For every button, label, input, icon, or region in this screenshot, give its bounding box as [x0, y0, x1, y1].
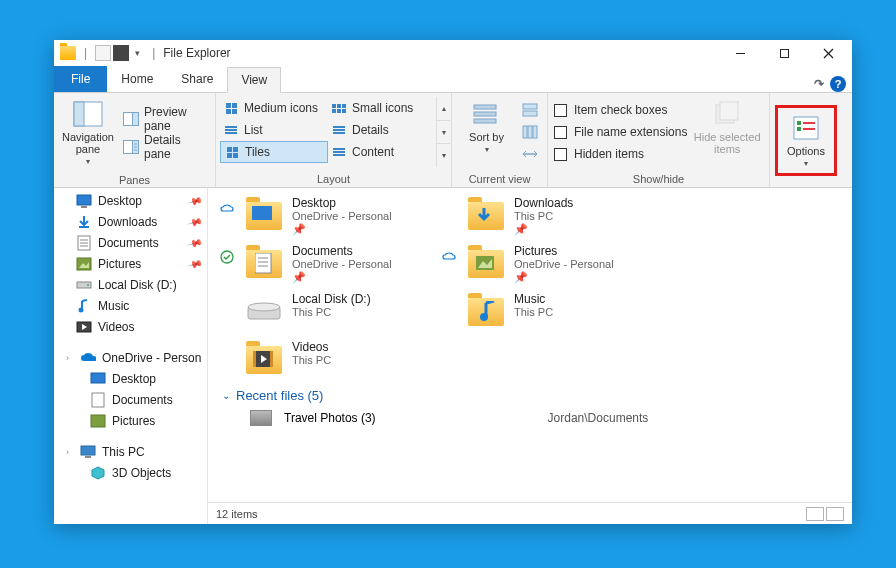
- app-icon: [60, 46, 76, 60]
- hidden-items-toggle[interactable]: Hidden items: [554, 143, 687, 165]
- sidebar-item-downloads[interactable]: Downloads📌: [54, 211, 207, 232]
- tab-share[interactable]: Share: [167, 66, 227, 92]
- svg-rect-5: [74, 102, 84, 126]
- preview-pane-button[interactable]: Preview pane: [120, 108, 209, 130]
- svg-rect-49: [252, 206, 272, 220]
- main-content: DesktopOneDrive - Personal📌 DownloadsThi…: [208, 188, 852, 524]
- tile-desktop[interactable]: DesktopOneDrive - Personal📌: [214, 192, 436, 240]
- svg-point-59: [480, 313, 488, 321]
- sidebar-item-music[interactable]: Music: [54, 295, 207, 316]
- layout-group-label: Layout: [216, 171, 451, 187]
- svg-rect-46: [81, 446, 95, 455]
- sidebar-item-od-pictures[interactable]: Pictures: [54, 410, 207, 431]
- tile-videos[interactable]: VideosThis PC: [214, 336, 436, 384]
- minimize-ribbon-icon[interactable]: ↷: [814, 77, 824, 91]
- sidebar-item-pictures[interactable]: Pictures📌: [54, 253, 207, 274]
- pin-icon: 📌: [187, 214, 203, 230]
- svg-marker-48: [92, 467, 104, 479]
- layout-list[interactable]: List: [220, 119, 328, 141]
- image-file-icon: [250, 410, 272, 426]
- svg-rect-13: [474, 105, 496, 109]
- qat-dropdown-icon[interactable]: ▾: [135, 48, 140, 58]
- pin-icon: 📌: [514, 223, 573, 236]
- show-hide-group-label: Show/hide: [548, 171, 769, 187]
- sidebar-item-videos[interactable]: Videos: [54, 316, 207, 337]
- svg-rect-7: [132, 112, 138, 125]
- file-explorer-window: | ▾ | File Explorer File Home Share View…: [54, 40, 852, 524]
- svg-point-39: [87, 284, 89, 286]
- svg-point-40: [79, 307, 84, 312]
- sidebar-item-od-desktop[interactable]: Desktop: [54, 368, 207, 389]
- sidebar-item-3dobjects[interactable]: 3D Objects: [54, 462, 207, 483]
- navigation-pane-button[interactable]: Navigation pane ▾: [60, 97, 116, 168]
- item-check-boxes-toggle[interactable]: Item check boxes: [554, 99, 687, 121]
- sidebar-item-od-documents[interactable]: Documents: [54, 389, 207, 410]
- tile-localdisk[interactable]: Local Disk (D:)This PC: [214, 288, 436, 336]
- layout-scroll[interactable]: ▴▾▾: [436, 97, 450, 167]
- recent-files-header[interactable]: ⌄ Recent files (5): [214, 384, 846, 407]
- maximize-button[interactable]: [762, 40, 806, 66]
- chevron-down-icon: ⌄: [222, 390, 230, 401]
- options-button[interactable]: Options ▾: [780, 111, 832, 170]
- group-by-button[interactable]: [519, 99, 541, 121]
- file-name-extensions-toggle[interactable]: File name extensions: [554, 121, 687, 143]
- recent-file-item[interactable]: Travel Photos (3) Jordan\Documents: [214, 407, 846, 429]
- svg-rect-16: [523, 104, 537, 109]
- tile-documents[interactable]: DocumentsOneDrive - Personal📌: [214, 240, 436, 288]
- sidebar-item-documents[interactable]: Documents📌: [54, 232, 207, 253]
- svg-rect-17: [523, 111, 537, 116]
- ribbon-view: Navigation pane ▾ Preview pane Details p…: [54, 92, 852, 188]
- help-icon[interactable]: ?: [830, 76, 846, 92]
- checkbox-icon: [554, 126, 567, 139]
- options-highlight: Options ▾: [775, 105, 837, 176]
- sort-by-button[interactable]: Sort by ▾: [458, 97, 515, 167]
- pin-icon: 📌: [187, 235, 203, 251]
- chevron-right-icon: ›: [66, 353, 74, 363]
- cloud-sync-icon: [442, 250, 456, 264]
- svg-rect-30: [81, 206, 87, 208]
- svg-rect-20: [533, 126, 537, 138]
- layout-small-icons[interactable]: Small icons: [328, 97, 436, 119]
- sidebar-item-desktop[interactable]: Desktop📌: [54, 190, 207, 211]
- tab-view[interactable]: View: [227, 67, 281, 93]
- view-large-icons-icon[interactable]: [826, 507, 844, 521]
- details-pane-label: Details pane: [144, 133, 206, 161]
- recent-file-path: Jordan\Documents: [548, 411, 649, 425]
- tile-downloads[interactable]: DownloadsThis PC📌: [436, 192, 658, 240]
- svg-rect-26: [797, 127, 801, 131]
- qat-button-2[interactable]: [113, 45, 129, 61]
- svg-rect-62: [270, 351, 273, 367]
- tile-music[interactable]: MusicThis PC: [436, 288, 658, 336]
- size-columns-button[interactable]: [519, 143, 541, 165]
- tab-file[interactable]: File: [54, 66, 107, 92]
- separator: |: [152, 46, 155, 60]
- layout-tiles[interactable]: Tiles: [220, 141, 328, 163]
- tile-pictures[interactable]: PicturesOneDrive - Personal📌: [436, 240, 658, 288]
- chevron-right-icon: ›: [66, 447, 74, 457]
- sidebar-item-onedrive[interactable]: ›OneDrive - Person: [54, 347, 207, 368]
- layout-details[interactable]: Details: [328, 119, 436, 141]
- current-view-group-label: Current view: [452, 171, 547, 187]
- sidebar-item-thispc[interactable]: ›This PC: [54, 441, 207, 462]
- view-details-icon[interactable]: [806, 507, 824, 521]
- details-pane-button[interactable]: Details pane: [120, 136, 209, 158]
- navigation-sidebar: Desktop📌 Downloads📌 Documents📌 Pictures📌…: [54, 188, 208, 524]
- svg-rect-51: [255, 253, 271, 273]
- close-button[interactable]: [806, 40, 850, 66]
- layout-content[interactable]: Content: [328, 141, 436, 163]
- layout-medium-icons[interactable]: Medium icons: [220, 97, 328, 119]
- sidebar-item-localdisk[interactable]: Local Disk (D:): [54, 274, 207, 295]
- separator: |: [84, 46, 87, 60]
- synced-icon: [220, 250, 234, 264]
- cloud-sync-icon: [220, 202, 234, 216]
- tab-home[interactable]: Home: [107, 66, 167, 92]
- hide-selected-items-button: Hide selected items: [691, 97, 763, 167]
- add-columns-button[interactable]: [519, 121, 541, 143]
- preview-pane-label: Preview pane: [144, 105, 206, 133]
- checkbox-icon: [554, 104, 567, 117]
- pin-icon: 📌: [187, 193, 203, 209]
- svg-rect-1: [780, 49, 788, 57]
- qat-button-1[interactable]: [95, 45, 111, 61]
- item-count: 12 items: [216, 508, 258, 520]
- minimize-button[interactable]: [718, 40, 762, 66]
